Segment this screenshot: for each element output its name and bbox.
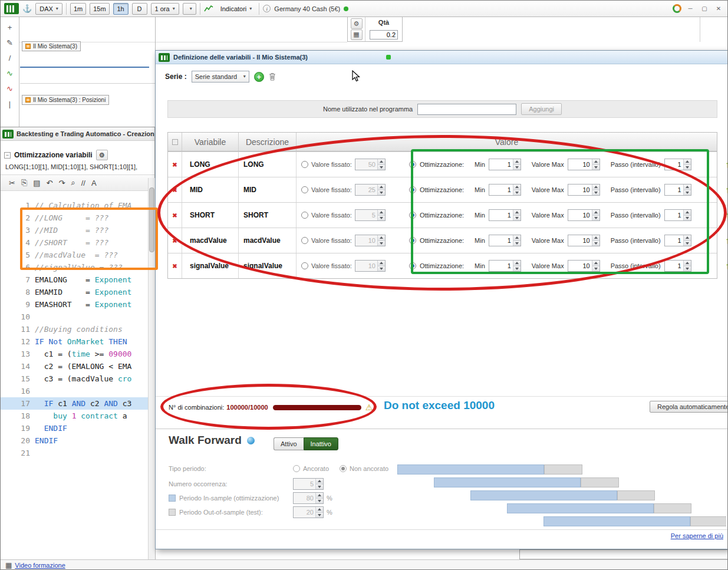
calculator-icon[interactable]: ▦	[351, 29, 363, 40]
trendline-icon[interactable]: /	[4, 54, 16, 62]
max-spinner[interactable]: 10	[568, 209, 600, 221]
collapse-icon[interactable]: −	[4, 152, 11, 159]
insample-spinner[interactable]: 80	[293, 492, 324, 504]
dialog-titlebar[interactable]: Definizione delle variabili - Il Mio Sis…	[156, 51, 728, 64]
code-line[interactable]: 18 buy 1 contract a	[1, 410, 148, 422]
min-spinner[interactable]: 1	[489, 184, 521, 196]
crosshair-icon[interactable]: +	[4, 23, 16, 32]
fixed-value-radio[interactable]	[301, 262, 308, 269]
auto-adjust-button[interactable]: Regola automaticamente	[650, 401, 728, 413]
fixed-value-spinner[interactable]: 10	[355, 235, 386, 246]
fixed-value-radio[interactable]	[301, 186, 308, 193]
code-line[interactable]: 10	[1, 311, 148, 323]
optimization-radio[interactable]	[409, 237, 416, 244]
code-editor[interactable]: 1// Calculation of EMA2//LONG = ???3//MI…	[1, 199, 148, 560]
fixed-value-spinner[interactable]: 5	[355, 209, 386, 221]
min-spinner[interactable]: 1	[489, 260, 521, 272]
min-spinner[interactable]: 1	[489, 209, 521, 221]
redo-icon[interactable]: ↷	[59, 179, 65, 187]
move-up-arrow-icon[interactable]: ↑	[726, 235, 728, 245]
delete-variable-icon[interactable]: ✖	[172, 162, 177, 168]
variable-name-input[interactable]	[417, 104, 516, 115]
indicator-line-icon[interactable]: ∿	[4, 69, 16, 78]
select-all-checkbox[interactable]	[168, 133, 182, 151]
timeframe-button[interactable]: 1h	[113, 3, 129, 15]
step-spinner[interactable]: 1	[664, 235, 691, 246]
code-line[interactable]: 3//MID = ???	[1, 224, 148, 236]
step-spinner[interactable]: 1	[664, 260, 691, 272]
move-up-arrow-icon[interactable]: ↑	[726, 210, 728, 220]
move-up-arrow-icon[interactable]: ↑	[726, 261, 728, 271]
comment-icon[interactable]: //	[81, 179, 85, 187]
serie-select[interactable]: Serie standard ▾	[192, 71, 249, 83]
copy-icon[interactable]: ⎘	[21, 178, 27, 187]
code-line[interactable]: 21	[1, 447, 148, 459]
symbol-dropdown[interactable]: DAX ▾	[35, 3, 62, 15]
inactive-toggle-button[interactable]: Inattivo	[304, 437, 338, 450]
timeframe-button[interactable]: 15m	[90, 3, 109, 15]
info-icon[interactable]: i	[263, 5, 271, 12]
fixed-value-radio[interactable]	[301, 161, 308, 168]
code-line[interactable]: 6//signalValue = ???	[1, 261, 148, 274]
paste-icon[interactable]: ▤	[33, 179, 40, 187]
code-line[interactable]: 14 c2 = (EMALONG < EMA	[1, 360, 148, 373]
font-size-icon[interactable]: A	[91, 179, 97, 187]
code-line[interactable]: 17 IF c1 AND c2 AND c3	[1, 397, 148, 410]
indicators-dropdown[interactable]: Indicatori ▾	[217, 3, 256, 15]
pencil-icon[interactable]: ✎	[4, 38, 16, 47]
add-serie-button[interactable]: +	[254, 72, 264, 82]
occurrence-spinner[interactable]: 5	[293, 478, 324, 490]
units-dropdown[interactable]: ▾	[183, 3, 196, 15]
learn-more-link[interactable]: Per saperne di più	[671, 532, 723, 539]
vertical-line-icon[interactable]: |	[4, 100, 16, 108]
max-spinner[interactable]: 10	[568, 184, 600, 196]
video-training-link[interactable]: Video formazione	[15, 562, 65, 569]
editor-scrollbar[interactable]	[148, 178, 155, 560]
delete-variable-icon[interactable]: ✖	[172, 238, 177, 244]
code-line[interactable]: 20ENDIF	[1, 434, 148, 447]
outsample-spinner[interactable]: 20	[293, 506, 324, 518]
maximize-button[interactable]: ▢	[699, 4, 710, 14]
code-line[interactable]: 9EMASHORT = Exponent	[1, 298, 148, 311]
max-spinner[interactable]: 10	[568, 159, 600, 170]
alert-line-icon[interactable]: ∿	[4, 84, 16, 93]
code-line[interactable]: 2//LONG = ???	[1, 212, 148, 224]
wrench-icon[interactable]: ⚙	[96, 150, 108, 160]
min-spinner[interactable]: 1	[489, 159, 521, 170]
code-line[interactable]: 1// Calculation of EMA	[1, 199, 148, 212]
fixed-value-spinner[interactable]: 10	[355, 260, 386, 272]
code-line[interactable]: 5//macdValue = ???	[1, 249, 148, 261]
scrollbar-thumb[interactable]	[149, 187, 154, 252]
fixed-value-spinner[interactable]: 50	[355, 159, 386, 170]
minimize-button[interactable]: ─	[685, 4, 696, 14]
optimization-radio[interactable]	[409, 262, 416, 269]
quantity-input[interactable]	[370, 30, 398, 39]
code-line[interactable]: 11//Buying conditions	[1, 323, 148, 335]
close-button[interactable]: ✕	[713, 4, 724, 14]
optimization-radio[interactable]	[409, 212, 416, 219]
code-line[interactable]: 16	[1, 385, 148, 397]
max-spinner[interactable]: 10	[568, 260, 600, 272]
code-line[interactable]: 8EMAMID = Exponent	[1, 286, 148, 298]
help-bubble-icon[interactable]	[247, 437, 255, 444]
trash-icon[interactable]	[269, 73, 276, 81]
max-spinner[interactable]: 10	[568, 235, 600, 246]
fixed-value-radio[interactable]	[301, 212, 308, 219]
code-line[interactable]: 13 c1 = (time >= 09000	[1, 348, 148, 360]
cut-icon[interactable]: ✂	[9, 179, 15, 187]
active-toggle-button[interactable]: Attivo	[274, 437, 304, 450]
min-spinner[interactable]: 1	[489, 235, 521, 246]
step-spinner[interactable]: 1	[664, 159, 691, 170]
undo-icon[interactable]: ↶	[47, 179, 53, 187]
fixed-value-radio[interactable]	[301, 237, 308, 244]
add-variable-button[interactable]: Aggiungi	[521, 103, 562, 115]
timeframe-button[interactable]: 1m	[70, 3, 86, 15]
code-line[interactable]: 15 c3 = (macdValue cro	[1, 373, 148, 385]
period-dropdown[interactable]: 1 ora ▾	[151, 3, 179, 15]
code-line[interactable]: 4//SHORT = ???	[1, 236, 148, 249]
code-line[interactable]: 7EMALONG = Exponent	[1, 274, 148, 286]
code-line[interactable]: 19 ENDIF	[1, 422, 148, 434]
wrench-icon[interactable]: ⚙	[351, 18, 363, 29]
code-line[interactable]: 12IF Not OnMarket THEN	[1, 335, 148, 348]
optimization-radio[interactable]	[409, 186, 416, 193]
